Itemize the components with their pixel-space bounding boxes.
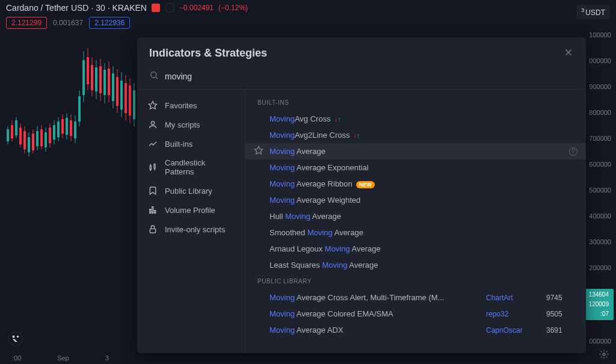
svg-rect-15	[36, 131, 38, 146]
svg-rect-25	[57, 122, 60, 137]
svg-rect-57	[125, 83, 127, 113]
favorite-star-icon[interactable]	[254, 146, 263, 157]
svg-rect-59	[129, 85, 131, 116]
builtin-result-row[interactable]: MovingAvg Cross↓↑	[245, 111, 586, 127]
result-name: Moving Average Exponential	[270, 163, 486, 172]
category-item[interactable]: Invite-only scripts	[137, 220, 245, 239]
result-count: 3691	[546, 326, 582, 335]
svg-rect-35	[78, 96, 81, 122]
svg-rect-37	[82, 60, 85, 95]
svg-marker-80	[254, 146, 262, 154]
builtin-result-row[interactable]: Moving Average?	[245, 143, 586, 159]
builtin-result-row[interactable]: Moving Average Weighted	[245, 192, 586, 208]
svg-rect-76	[150, 209, 151, 214]
svg-marker-68	[149, 101, 156, 109]
svg-rect-39	[87, 57, 89, 84]
y-axis: 100000 000000 900000 800000 700000 60000…	[584, 30, 614, 346]
status-dot-icon	[165, 3, 174, 13]
ask-price: 2.122936	[89, 17, 130, 29]
section-header: PUBLIC LIBRARY	[245, 273, 586, 289]
builtin-result-row[interactable]: Moving Average RibbonNEW	[245, 176, 586, 192]
bars-icon	[148, 205, 158, 215]
svg-rect-19	[45, 132, 47, 147]
public-result-row[interactable]: Moving Average Cross Alert, Multi-Timefr…	[245, 289, 586, 306]
pair-name: Cardano / Tether USD	[6, 3, 88, 13]
category-label: Public Library	[165, 187, 212, 196]
result-name: Least Squares Moving Average	[270, 261, 486, 270]
change-value: −0.002491	[179, 4, 214, 12]
category-item[interactable]: Favorites	[137, 96, 245, 115]
result-name: Moving Average Cross Alert, Multi-Timefr…	[270, 293, 486, 302]
result-count: 9505	[546, 310, 582, 318]
tradingview-logo-icon[interactable]	[8, 332, 23, 346]
bid-price: 2.121299	[6, 17, 47, 29]
svg-rect-53	[116, 77, 119, 106]
category-label: Volume Profile	[165, 206, 215, 215]
svg-rect-55	[120, 81, 123, 110]
builtin-result-row[interactable]: Smoothed Moving Average	[245, 224, 586, 241]
public-result-row[interactable]: Moving Average ADXCapnOscar3691	[245, 322, 586, 338]
svg-line-67	[156, 77, 158, 79]
svg-rect-3	[11, 125, 13, 138]
search-icon	[149, 70, 159, 82]
new-badge: NEW	[356, 181, 375, 188]
change-pct: (−0.12%)	[218, 4, 248, 12]
category-item[interactable]: Public Library	[137, 181, 245, 200]
svg-rect-79	[150, 229, 155, 233]
x-axis: :00 Sep 3	[0, 354, 580, 362]
result-name: Moving Average ADX	[270, 325, 486, 335]
svg-rect-31	[70, 120, 72, 136]
category-list: FavoritesMy scriptsBuilt-insCandlestick …	[137, 90, 245, 353]
lock-icon	[148, 224, 158, 234]
result-name: Moving Average Colored EMA/SMA	[270, 309, 486, 318]
quote-currency-badge[interactable]: 3USDT	[576, 5, 610, 19]
star-icon	[148, 100, 158, 110]
svg-rect-73	[154, 164, 155, 168]
category-item[interactable]: Volume Profile	[137, 200, 245, 220]
svg-point-62	[17, 336, 19, 338]
svg-rect-13	[32, 134, 34, 150]
svg-rect-45	[99, 66, 102, 93]
category-item[interactable]: Candlestick Patterns	[137, 153, 245, 181]
modal-title: Indicators & Strategies	[149, 47, 267, 60]
builtin-result-row[interactable]: Arnaud Legoux Moving Average	[245, 241, 586, 257]
category-item[interactable]: Built-ins	[137, 134, 245, 153]
result-name: Moving Average RibbonNEW	[270, 179, 486, 188]
svg-rect-43	[95, 67, 97, 91]
svg-rect-1	[7, 129, 9, 141]
bookmark-icon	[148, 186, 158, 196]
svg-rect-51	[112, 73, 114, 101]
svg-rect-77	[152, 207, 153, 214]
svg-rect-9	[23, 131, 26, 149]
svg-rect-33	[74, 122, 76, 138]
category-item[interactable]: My scripts	[137, 115, 245, 134]
public-result-row[interactable]: Moving Average Colored EMA/SMArepo329505	[245, 306, 586, 322]
user-icon	[148, 120, 158, 129]
help-icon[interactable]: ?	[569, 147, 578, 156]
arrows-icon: ↓↑	[334, 116, 341, 123]
close-button[interactable]	[563, 47, 574, 60]
svg-point-66	[151, 72, 156, 78]
result-name: Moving Average	[270, 147, 486, 156]
result-count: 9745	[546, 294, 582, 302]
builtin-result-row[interactable]: Hull Moving Average	[245, 208, 586, 224]
result-name: MovingAvg Cross↓↑	[270, 114, 486, 123]
builtin-result-row[interactable]: MovingAvg2Line Cross↓↑	[245, 127, 586, 143]
result-name: Moving Average Weighted	[270, 196, 486, 205]
svg-point-63	[603, 353, 605, 356]
category-label: Built-ins	[165, 140, 192, 149]
result-name: Arnaud Legoux Moving Average	[270, 244, 486, 253]
result-name: MovingAvg2Line Cross↓↑	[270, 131, 486, 140]
builtin-result-row[interactable]: Moving Average Exponential	[245, 159, 586, 176]
svg-rect-7	[19, 128, 22, 144]
candlestick-chart[interactable]	[5, 36, 137, 229]
svg-point-69	[151, 122, 154, 125]
result-author: ChartArt	[486, 294, 546, 302]
settings-gear-icon[interactable]	[599, 350, 609, 359]
svg-rect-47	[103, 70, 106, 95]
result-name: Smoothed Moving Average	[270, 228, 486, 237]
builtin-result-row[interactable]: Least Squares Moving Average	[245, 257, 586, 273]
search-input[interactable]	[165, 72, 574, 81]
category-label: Invite-only scripts	[165, 225, 225, 234]
price-marker: 134604 120009 :07	[584, 289, 614, 320]
